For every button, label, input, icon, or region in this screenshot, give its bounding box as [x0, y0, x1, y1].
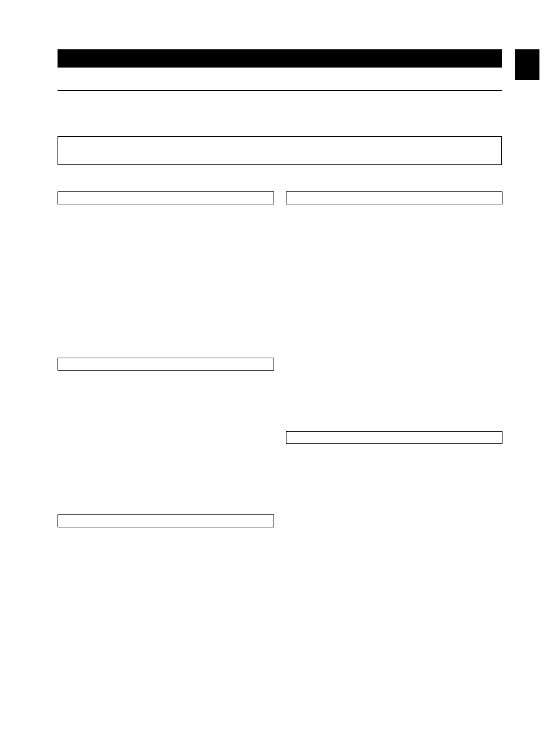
- box-left-2: [58, 358, 274, 371]
- horizontal-rule: [58, 90, 502, 91]
- box-left-3: [58, 514, 274, 527]
- side-block: [515, 49, 539, 80]
- box-large: [58, 136, 502, 165]
- box-mid-left-1: [58, 191, 274, 204]
- title-bar: [58, 49, 502, 68]
- box-mid-right-1: [286, 191, 502, 204]
- box-right-2: [286, 431, 502, 444]
